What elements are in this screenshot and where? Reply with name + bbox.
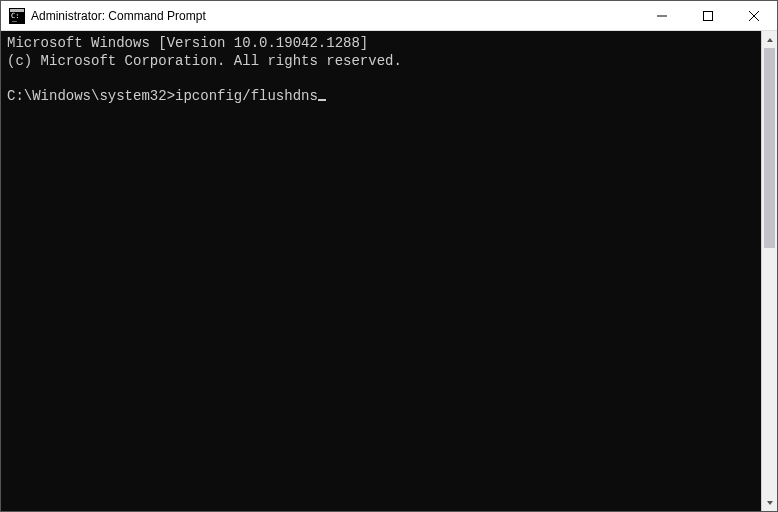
terminal-output[interactable]: Microsoft Windows [Version 10.0.19042.12… — [1, 31, 761, 511]
typed-command: ipconfig/flushdns — [175, 88, 318, 104]
scroll-thumb[interactable] — [764, 48, 775, 248]
text-cursor — [318, 99, 326, 101]
copyright-line: (c) Microsoft Corporation. All rights re… — [7, 53, 402, 69]
svg-text:C:: C: — [11, 12, 19, 20]
scroll-up-arrow[interactable] — [762, 31, 777, 48]
svg-marker-8 — [767, 38, 773, 42]
prompt-line: C:\Windows\system32>ipconfig/flushdns — [7, 88, 326, 104]
maximize-button[interactable] — [685, 1, 731, 30]
svg-marker-9 — [767, 501, 773, 505]
content-area: Microsoft Windows [Version 10.0.19042.12… — [1, 31, 777, 511]
window-title: Administrator: Command Prompt — [31, 9, 639, 23]
svg-rect-5 — [704, 11, 713, 20]
close-button[interactable] — [731, 1, 777, 30]
scroll-track[interactable] — [762, 48, 777, 494]
scroll-down-arrow[interactable] — [762, 494, 777, 511]
vertical-scrollbar[interactable] — [761, 31, 777, 511]
prompt-path: C:\Windows\system32> — [7, 88, 175, 104]
window-controls — [639, 1, 777, 30]
version-line: Microsoft Windows [Version 10.0.19042.12… — [7, 35, 368, 51]
minimize-button[interactable] — [639, 1, 685, 30]
cmd-icon: _ C: — [9, 8, 25, 24]
titlebar[interactable]: _ C: Administrator: Command Prompt — [1, 1, 777, 31]
command-prompt-window: _ C: Administrator: Command Prompt Micro… — [0, 0, 778, 512]
